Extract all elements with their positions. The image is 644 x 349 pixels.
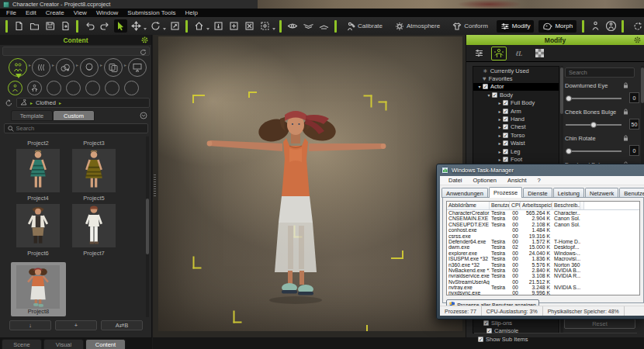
export-icon[interactable] [59,19,72,33]
modify-settings-gear-icon[interactable] [634,36,641,43]
tree-expand-arrow[interactable]: ▸ [497,116,503,122]
subcategory-empty-icon[interactable] [47,81,61,95]
tm-menu-optionen[interactable]: Optionen [468,177,502,184]
gizmo-dropdown-icon[interactable] [272,28,275,30]
morph-button[interactable]: Morph [538,20,576,33]
tree-row[interactable]: ▸ ✓ Foot [473,155,559,163]
tab-custom[interactable]: Custom [53,110,95,121]
subcategory-empty-icon[interactable] [85,81,100,95]
lock-icon[interactable] [623,109,628,115]
column-abbildname[interactable]: Abbildname▴ [447,202,490,209]
thumbnail-project8[interactable] [16,265,60,309]
character-b-icon[interactable] [604,19,618,33]
menu-edit[interactable]: Edit [21,9,41,16]
grid-scrollbar[interactable] [146,136,149,317]
content-settings-gear-icon[interactable] [141,36,148,43]
project-label[interactable]: Project2 [11,140,65,147]
atmosphere-button[interactable]: Atmosphere [391,20,444,33]
checkbox-camisole[interactable]: ✓ Camisole [486,327,518,334]
thumbnail-project5[interactable] [72,204,116,247]
tree-expand-arrow[interactable]: ▸ [497,133,503,138]
viewport[interactable] [153,35,466,337]
scale-tool-icon[interactable] [168,19,182,33]
open-project-icon[interactable] [28,19,41,33]
slider-track[interactable] [566,95,621,102]
tree-expand-arrow[interactable]: ▸ [497,157,503,162]
back-history-icon[interactable] [5,99,13,107]
menu-create[interactable]: Create [41,9,69,16]
light-gizmo-corner[interactable] [193,257,202,269]
checkbox-show-sub-items[interactable]: ✓ Show Sub Items [478,336,528,343]
tab-visual[interactable]: Visual [43,339,84,349]
subcategory-empty-icon[interactable] [105,81,119,95]
slider-track[interactable] [566,122,621,128]
project-label[interactable]: Project6 [11,250,65,257]
project-label[interactable]: Project5 [67,195,121,202]
column-cpu[interactable]: CPU [510,202,521,209]
slider-track[interactable] [566,148,621,154]
select-tool-icon[interactable] [114,19,127,33]
checkbox-icon[interactable]: ✓ [478,337,483,342]
project-label[interactable]: Project4 [11,195,65,202]
process-row[interactable]: nvxdsync.exe 00 9.996 K [447,290,639,295]
category-display-icon[interactable] [128,58,147,77]
attribute-sliders-icon[interactable] [471,47,486,60]
collapse-section-icon[interactable] [140,112,147,119]
tab-content[interactable]: Content [85,339,126,349]
home-dropdown-icon[interactable] [206,28,209,30]
collapse-wings-icon[interactable] [302,19,315,33]
tree-expand-arrow[interactable]: ▾ [486,92,492,98]
process-row[interactable]: n360.exe *32 Tesira 00 5.576 K Norton 36… [447,262,639,268]
slider-value[interactable]: 0 [629,92,639,103]
content-search-input[interactable] [16,125,144,132]
conform-button[interactable]: Conform [448,20,492,33]
fit-view-icon[interactable] [212,19,225,33]
project-label[interactable]: Project3 [67,140,121,147]
process-row[interactable]: conhost.exe 00 1.484 K [447,227,639,233]
tree-checkbox[interactable]: ✓ [503,157,508,162]
process-row[interactable]: csrss.exe 00 19.316 K [447,233,639,239]
checkbox-slip-ons[interactable]: ✓ Slip-ons [483,320,512,327]
tree-checkbox[interactable]: ✓ [503,124,508,130]
calibrate-button[interactable]: Calibrate [342,20,386,33]
morph-search-input[interactable] [569,69,631,76]
body-morph-icon[interactable] [491,47,507,60]
tree-expand-arrow[interactable]: ▸ [497,109,503,114]
category-outfit-icon[interactable] [104,58,123,77]
tm-menu-hilfe[interactable]: ? [532,177,546,184]
column-beschreibung[interactable]: Beschreib... [552,202,580,209]
column-benutzer[interactable]: Benutze... [490,202,510,209]
add-button[interactable]: + [55,320,97,330]
tree-checkbox[interactable]: ✓ [483,84,488,89]
tm-menu-ansicht[interactable]: Ansicht [502,177,532,184]
reset-button[interactable]: Reset [564,319,635,329]
process-row[interactable]: nvraidservice.exe Tesira 00 3.108 K NVID… [447,273,639,278]
save-icon[interactable] [43,19,57,33]
task-manager-window[interactable]: Windows Task-Manager Datei Optionen Ansi… [436,164,644,320]
menu-window[interactable]: Window [92,9,123,16]
move-tool-icon[interactable] [130,19,143,33]
frame-selected-icon[interactable] [227,19,241,33]
panel-drag-handle[interactable] [154,174,156,196]
breadcrumb-path[interactable]: ▸ Clothed ▸ [16,98,150,108]
light-gizmo-corner[interactable] [234,311,242,323]
process-row[interactable]: NvBackend.exe *32 Tesira 00 2.840 K NVID… [447,268,639,273]
tm-menu-datei[interactable]: Datei [443,177,468,184]
tree-row[interactable]: ▸ ✓ Leg [473,147,559,155]
tree-row[interactable]: ▾ ✓ Body [473,91,559,98]
tree-checkbox[interactable]: ♥ [483,76,486,81]
tab-template[interactable]: Template [11,110,53,121]
slider-value[interactable]: 0 [629,145,639,156]
tree-row[interactable]: ▸ ✓ Full Body [473,99,559,107]
tree-expand-arrow[interactable]: ▸ [497,124,503,130]
process-row[interactable]: nvtray.exe Tesira 00 3.248 K NVIDIA S... [447,285,639,290]
rotate-tool-icon[interactable] [149,19,162,33]
expand-wings-icon[interactable] [317,19,331,33]
visibility-eye-icon[interactable] [286,19,299,33]
tree-expand-arrow[interactable]: ▸ [497,140,503,146]
lock-icon[interactable] [623,82,628,88]
refresh-button[interactable]: Refresh [629,20,644,33]
menu-file[interactable]: File [2,9,21,16]
character-a-icon[interactable] [589,19,602,33]
menu-help[interactable]: Help [180,9,202,16]
